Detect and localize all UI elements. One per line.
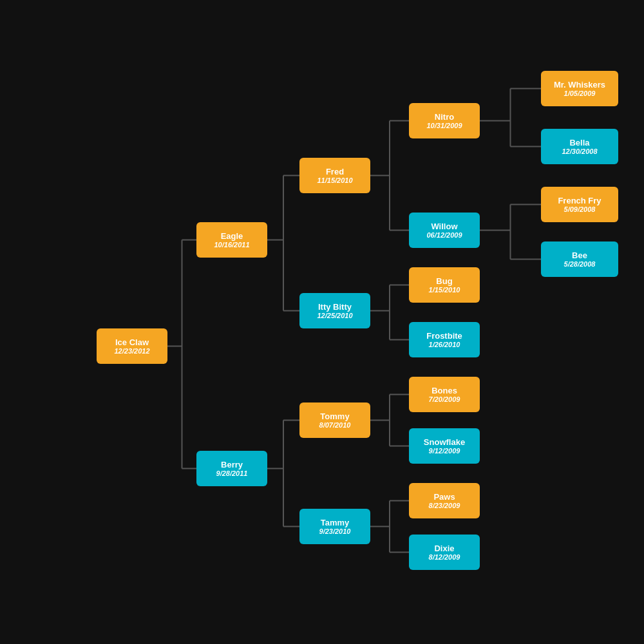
node-name-tammy: Tammy bbox=[321, 518, 350, 527]
node-eagle: Eagle10/16/2011 bbox=[196, 222, 267, 258]
node-date-bella: 12/30/2008 bbox=[562, 147, 597, 155]
node-bones: Bones7/20/2009 bbox=[409, 377, 480, 412]
node-date-tommy: 8/07/2010 bbox=[319, 421, 351, 429]
node-bee: Bee5/28/2008 bbox=[541, 242, 618, 277]
node-tammy: Tammy9/23/2010 bbox=[299, 509, 370, 544]
node-name-eagle: Eagle bbox=[221, 231, 243, 241]
node-name-berry: Berry bbox=[221, 460, 243, 469]
node-date-fred: 11/15/2010 bbox=[317, 176, 352, 184]
node-date-paws: 8/23/2009 bbox=[429, 502, 460, 509]
node-date-french_fry: 5/09/2008 bbox=[564, 205, 596, 213]
node-tommy: Tommy8/07/2010 bbox=[299, 402, 370, 438]
node-date-dixie: 8/12/2009 bbox=[429, 553, 460, 561]
node-name-snowflake: Snowflake bbox=[424, 437, 465, 447]
node-paws: Paws8/23/2009 bbox=[409, 483, 480, 518]
node-name-french_fry: French Fry bbox=[558, 196, 601, 205]
node-name-mr_whiskers: Mr. Whiskers bbox=[554, 80, 605, 90]
node-date-frostbite: 1/26/2010 bbox=[429, 341, 460, 348]
node-snowflake: Snowflake9/12/2009 bbox=[409, 428, 480, 464]
node-date-nitro: 10/31/2009 bbox=[426, 122, 462, 129]
node-date-bee: 5/28/2008 bbox=[564, 260, 596, 268]
node-name-bee: Bee bbox=[572, 251, 587, 260]
node-french_fry: French Fry5/09/2008 bbox=[541, 187, 618, 222]
node-frostbite: Frostbite1/26/2010 bbox=[409, 322, 480, 357]
node-date-mr_whiskers: 1/05/2009 bbox=[564, 90, 596, 97]
node-bug: Bug1/15/2010 bbox=[409, 267, 480, 303]
node-date-eagle: 10/16/2011 bbox=[214, 241, 249, 249]
node-name-ice_claw: Ice Claw bbox=[115, 337, 149, 347]
node-name-willow: Willow bbox=[431, 222, 457, 231]
node-dixie: Dixie8/12/2009 bbox=[409, 535, 480, 570]
node-name-frostbite: Frostbite bbox=[426, 331, 462, 341]
node-name-bug: Bug bbox=[436, 276, 452, 286]
node-name-bella: Bella bbox=[569, 138, 589, 147]
node-fred: Fred11/15/2010 bbox=[299, 158, 370, 193]
node-date-ice_claw: 12/23/2012 bbox=[114, 347, 149, 355]
node-name-paws: Paws bbox=[433, 492, 455, 502]
node-date-itty_bitty: 12/25/2010 bbox=[317, 312, 352, 319]
node-date-willow: 06/12/2009 bbox=[426, 231, 462, 239]
node-itty_bitty: Itty Bitty12/25/2010 bbox=[299, 293, 370, 328]
node-name-nitro: Nitro bbox=[435, 112, 454, 122]
node-name-bones: Bones bbox=[431, 386, 457, 395]
node-date-bug: 1/15/2010 bbox=[429, 286, 460, 294]
node-name-tommy: Tommy bbox=[320, 412, 349, 421]
node-date-berry: 9/28/2011 bbox=[216, 469, 248, 477]
node-nitro: Nitro10/31/2009 bbox=[409, 103, 480, 138]
node-date-snowflake: 9/12/2009 bbox=[429, 447, 460, 455]
node-ice_claw: Ice Claw12/23/2012 bbox=[97, 328, 167, 364]
node-date-tammy: 9/23/2010 bbox=[319, 527, 351, 535]
node-willow: Willow06/12/2009 bbox=[409, 213, 480, 248]
node-name-dixie: Dixie bbox=[434, 544, 454, 553]
node-date-bones: 7/20/2009 bbox=[429, 395, 460, 403]
node-mr_whiskers: Mr. Whiskers1/05/2009 bbox=[541, 71, 618, 106]
node-name-fred: Fred bbox=[326, 167, 344, 176]
node-bella: Bella12/30/2008 bbox=[541, 129, 618, 164]
node-berry: Berry9/28/2011 bbox=[196, 451, 267, 486]
node-name-itty_bitty: Itty Bitty bbox=[318, 302, 352, 312]
